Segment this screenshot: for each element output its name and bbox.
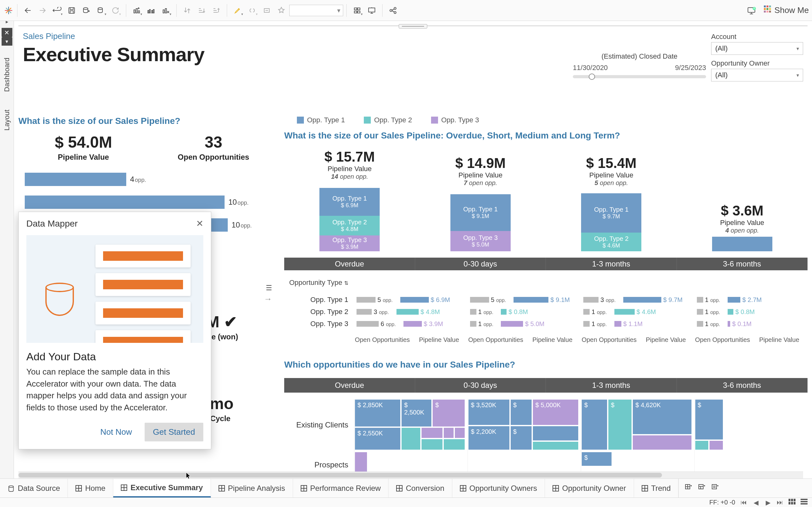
- expand-sidebar-button[interactable]: ▸: [4, 18, 10, 25]
- modal-not-now-button[interactable]: Not Now: [92, 423, 140, 441]
- tab-executive-summary[interactable]: Executive Summary: [113, 479, 211, 498]
- stack-segment[interactable]: Opp. Type 2$ 4.8M: [319, 216, 380, 235]
- treemap-tile[interactable]: $ 5,000K: [532, 399, 579, 426]
- last-page-button[interactable]: ⏭: [776, 499, 783, 506]
- menu-icon[interactable]: ☰: [266, 284, 272, 292]
- show-cards-button[interactable]: ▼: [350, 3, 364, 18]
- treemap-area[interactable]: $ 3,520K$$ 5,000K$ 2,200K$: [468, 399, 579, 450]
- modal-get-started-button[interactable]: Get Started: [145, 423, 203, 441]
- view-grid-icon[interactable]: [789, 499, 796, 506]
- treemap-tile[interactable]: $: [581, 452, 612, 466]
- table-cell[interactable]: 6 opp. $ 3.9M: [354, 320, 467, 328]
- treemap-tile[interactable]: [443, 439, 465, 450]
- legend-item[interactable]: Opp. Type 1: [297, 116, 345, 124]
- new-dashboard-icon[interactable]: [698, 484, 705, 493]
- period-column[interactable]: $ 15.7MPipeline Value14 open opp.Opp. Ty…: [284, 149, 415, 251]
- close-pane-button[interactable]: ✕: [2, 28, 12, 38]
- pane-menu-button[interactable]: ▼: [2, 38, 12, 46]
- sort-icon[interactable]: ⇅: [344, 280, 348, 286]
- table-cell[interactable]: 5 opp. $ 9.1M: [467, 296, 581, 303]
- stack-segment[interactable]: Opp. Type 3$ 3.9M: [319, 235, 380, 251]
- labels-button[interactable]: [259, 3, 274, 18]
- tab-conversion[interactable]: Conversion: [389, 479, 452, 498]
- data-guide-button[interactable]: [744, 3, 759, 18]
- stack-segment[interactable]: Opp. Type 2$ 4.6M: [581, 233, 641, 251]
- legend[interactable]: Opp. Type 1Opp. Type 2Opp. Type 3: [284, 116, 808, 124]
- new-story-icon[interactable]: [711, 484, 719, 493]
- treemap-tile[interactable]: $ 3,520K: [468, 399, 510, 426]
- new-worksheet-button[interactable]: ▼: [130, 3, 144, 18]
- treemap-tile[interactable]: [454, 427, 465, 439]
- group-button[interactable]: ▼: [245, 3, 259, 18]
- stack-segment[interactable]: Opp. Type 1$ 9.1M: [450, 194, 511, 231]
- legend-item[interactable]: Opp. Type 2: [364, 116, 412, 124]
- tab-home[interactable]: Home: [68, 479, 113, 498]
- redo-button[interactable]: [35, 3, 50, 18]
- treemap-tile[interactable]: $ 4,620K: [632, 399, 692, 435]
- treemap-tile[interactable]: $ 2,200K: [468, 426, 510, 450]
- treemap-tile[interactable]: $: [608, 399, 632, 450]
- tab-data-source[interactable]: Data Source: [0, 479, 68, 498]
- treemap-tile[interactable]: $: [510, 399, 532, 426]
- table-cell[interactable]: 1 opp. $ 5.0M: [467, 320, 581, 328]
- opp-table[interactable]: Opp. Type 1 5 opp. $ 6.9M 5 opp. $ 9.1M …: [284, 294, 808, 330]
- filter-account[interactable]: (All): [711, 42, 803, 55]
- treemap-tile[interactable]: $: [510, 426, 532, 450]
- legend-item[interactable]: Opp. Type 3: [431, 116, 479, 124]
- treemap-tile[interactable]: $: [432, 399, 465, 427]
- table-cell[interactable]: 3 opp. $ 9.7M: [581, 296, 694, 303]
- treemap-tile[interactable]: $: [695, 399, 723, 440]
- horizontal-scrollbar[interactable]: [284, 471, 803, 478]
- new-worksheet-icon[interactable]: [684, 484, 692, 493]
- duplicate-button[interactable]: [144, 3, 159, 18]
- treemap-area[interactable]: $$$ 4,620K: [581, 399, 693, 450]
- tab-trend[interactable]: Trend: [634, 479, 679, 498]
- treemap-tile[interactable]: $: [581, 399, 608, 450]
- refresh-button[interactable]: ▼: [108, 3, 123, 18]
- filter-owner[interactable]: (All): [711, 69, 803, 81]
- treemap-tile[interactable]: [421, 427, 443, 439]
- view-filmstrip-icon[interactable]: [801, 499, 808, 506]
- treemap-tile[interactable]: [695, 440, 709, 450]
- stacked-bar-chart[interactable]: $ 15.7MPipeline Value14 open opp.Opp. Ty…: [284, 149, 808, 251]
- treemap-tile[interactable]: $ 2,850K: [354, 399, 401, 427]
- date-slider-thumb[interactable]: [589, 73, 595, 80]
- treemap-tile[interactable]: [401, 427, 421, 450]
- tab-opportunity-owners[interactable]: Opportunity Owners: [452, 479, 545, 498]
- period-column[interactable]: $ 15.4MPipeline Value5 open opp.Opp. Typ…: [546, 149, 677, 251]
- period-column[interactable]: $ 3.6MPipeline Value4 open opp.: [677, 149, 808, 251]
- table-row[interactable]: Opp. Type 1 5 opp. $ 6.9M 5 opp. $ 9.1M …: [284, 294, 808, 306]
- stack-segment[interactable]: [712, 237, 772, 251]
- sidebar-tab-dashboard[interactable]: Dashboard: [3, 52, 11, 98]
- prev-page-button[interactable]: ◀: [752, 499, 759, 506]
- table-cell[interactable]: 5 opp. $ 6.9M: [354, 296, 467, 303]
- period-column[interactable]: $ 14.9MPipeline Value7 open opp.Opp. Typ…: [415, 149, 546, 251]
- treemap-tile[interactable]: [421, 439, 443, 450]
- treemap-tile[interactable]: $ 2,500K: [401, 399, 432, 427]
- date-range-filter[interactable]: (Estimated) Closed Date 11/30/2020 9/25/…: [573, 52, 706, 78]
- tab-pipeline-analysis[interactable]: Pipeline Analysis: [211, 479, 293, 498]
- fit-dropdown[interactable]: ▾: [289, 5, 343, 16]
- table-cell[interactable]: 1 opp. $ 0.8M: [467, 308, 581, 316]
- save-button[interactable]: [64, 3, 79, 18]
- clear-button[interactable]: ▼: [159, 3, 173, 18]
- treemap-tile[interactable]: [443, 427, 454, 439]
- table-cell[interactable]: 1 opp. $ 0.8M: [694, 308, 808, 316]
- table-cell[interactable]: 1 opp. $ 2.7M: [694, 296, 808, 303]
- treemap[interactable]: Existing ClientsProspects $ 2,850K$ 2,50…: [284, 399, 808, 478]
- treemap-tile[interactable]: [709, 440, 723, 450]
- date-slider-track[interactable]: [573, 75, 706, 78]
- table-cell[interactable]: 1 opp. $ 1.1M: [581, 320, 694, 328]
- next-page-button[interactable]: ▶: [764, 499, 771, 506]
- treemap-area[interactable]: $: [695, 399, 806, 450]
- table-cell[interactable]: 1 opp. $ 4.6M: [581, 308, 694, 316]
- table-cell[interactable]: 1 opp. $ 0.1M: [694, 320, 808, 328]
- highlight-button[interactable]: ▼: [230, 3, 245, 18]
- table-cell[interactable]: 3 opp. $ 4.8M: [354, 308, 467, 316]
- revert-button[interactable]: ▼: [50, 3, 64, 18]
- new-data-button[interactable]: [79, 3, 94, 18]
- stack-segment[interactable]: Opp. Type 3$ 5.0M: [450, 231, 511, 251]
- table-row[interactable]: Opp. Type 3 6 opp. $ 3.9M 1 opp. $ 5.0M …: [284, 318, 808, 330]
- bar-row[interactable]: 10opp.: [25, 191, 272, 214]
- tab-performance-review[interactable]: Performance Review: [293, 479, 389, 498]
